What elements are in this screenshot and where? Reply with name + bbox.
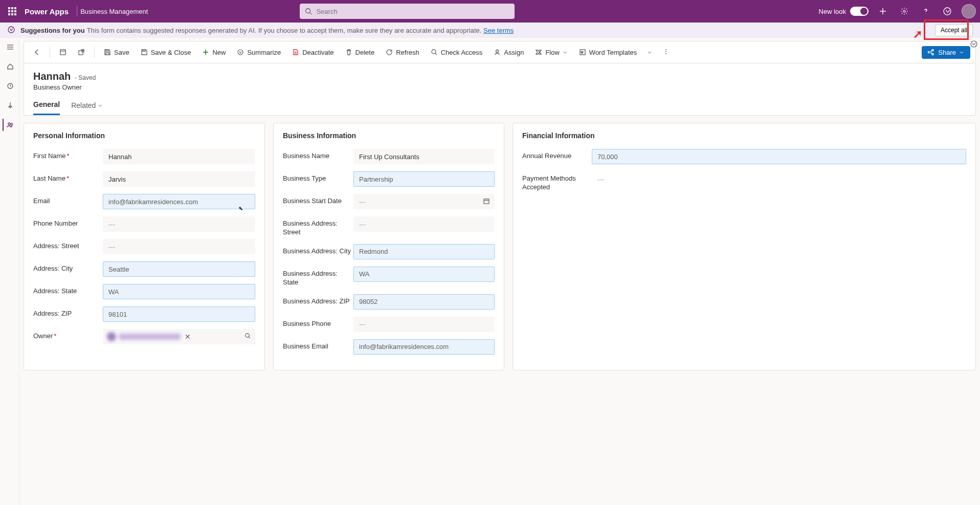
record-status: - Saved bbox=[75, 74, 96, 81]
svg-point-6 bbox=[8, 27, 14, 33]
business-owners-icon[interactable] bbox=[3, 119, 17, 131]
copilot-side-icon[interactable] bbox=[970, 40, 978, 50]
back-button[interactable] bbox=[29, 47, 44, 58]
owner-lookup-field[interactable]: ✕ bbox=[103, 329, 255, 344]
business-phone-field[interactable]: --- bbox=[353, 317, 495, 332]
svg-line-28 bbox=[249, 337, 250, 338]
svg-point-7 bbox=[971, 41, 977, 47]
add-icon[interactable] bbox=[876, 4, 890, 18]
record-subtitle: Business Owner bbox=[33, 83, 966, 91]
section-title: Personal Information bbox=[33, 131, 255, 140]
annual-revenue-field[interactable]: 70,000 bbox=[592, 149, 966, 164]
refresh-button[interactable]: Refresh bbox=[382, 47, 424, 58]
recent-icon[interactable] bbox=[3, 80, 17, 92]
app-launcher-icon[interactable] bbox=[4, 3, 20, 19]
personal-information-section: Personal Information First Name*Hannah L… bbox=[24, 123, 265, 370]
word-templates-button[interactable]: Word Templates bbox=[575, 47, 656, 58]
suggestions-text: This form contains suggested responses g… bbox=[87, 27, 482, 34]
address-street-field[interactable]: --- bbox=[103, 239, 255, 254]
user-avatar[interactable] bbox=[962, 4, 976, 18]
flow-button[interactable]: Flow bbox=[531, 47, 571, 58]
payment-methods-field[interactable]: --- bbox=[592, 171, 966, 187]
svg-point-13 bbox=[11, 123, 13, 125]
svg-point-5 bbox=[944, 8, 951, 15]
toggle-switch[interactable] bbox=[850, 7, 868, 16]
svg-point-27 bbox=[246, 334, 249, 337]
search-icon bbox=[305, 8, 312, 15]
new-look-toggle[interactable]: New look bbox=[819, 7, 868, 16]
last-name-field[interactable]: Jarvis bbox=[103, 171, 255, 187]
section-title: Business Information bbox=[283, 131, 495, 140]
svg-rect-14 bbox=[60, 50, 65, 55]
svg-point-24 bbox=[665, 49, 666, 50]
settings-icon[interactable] bbox=[897, 4, 911, 18]
site-map-rail bbox=[0, 38, 19, 505]
divider bbox=[77, 6, 77, 16]
lookup-search-icon[interactable] bbox=[244, 333, 251, 341]
environment-name[interactable]: Business Management bbox=[80, 8, 148, 15]
svg-point-12 bbox=[8, 123, 10, 125]
assign-button[interactable]: Assign bbox=[489, 47, 528, 58]
help-icon[interactable] bbox=[919, 4, 933, 18]
first-name-field[interactable]: Hannah bbox=[103, 149, 255, 164]
svg-point-25 bbox=[665, 51, 666, 52]
tab-related[interactable]: Related bbox=[71, 100, 103, 115]
app-title: Power Apps bbox=[25, 7, 69, 16]
svg-point-26 bbox=[665, 53, 666, 54]
business-name-field[interactable]: First Up Consultants bbox=[353, 149, 495, 164]
form-selector-button[interactable] bbox=[55, 47, 71, 58]
business-start-date-field[interactable]: --- bbox=[353, 194, 495, 209]
pinned-icon[interactable] bbox=[3, 99, 17, 112]
ai-suggestions-bar: Suggestions for you This form contains s… bbox=[0, 23, 980, 38]
business-information-section: Business Information Business NameFirst … bbox=[273, 123, 504, 370]
copilot-icon[interactable] bbox=[940, 4, 954, 18]
global-search[interactable] bbox=[300, 4, 515, 19]
app-header: Power Apps Business Management New look bbox=[0, 0, 980, 23]
email-field[interactable]: info@fabrikamresidences.com bbox=[103, 194, 255, 209]
check-access-button[interactable]: Check Access bbox=[427, 47, 487, 58]
new-button[interactable]: New bbox=[198, 47, 230, 58]
svg-point-19 bbox=[238, 50, 243, 55]
see-terms-link[interactable]: See terms bbox=[483, 27, 514, 34]
svg-point-22 bbox=[496, 50, 499, 53]
phone-field[interactable]: --- bbox=[103, 216, 255, 232]
hamburger-icon[interactable] bbox=[3, 41, 17, 53]
more-commands-button[interactable] bbox=[659, 46, 673, 59]
share-button[interactable]: Share bbox=[922, 46, 970, 59]
record-title: Hannah bbox=[33, 71, 71, 82]
deactivate-button[interactable]: Deactivate bbox=[288, 47, 338, 58]
search-input[interactable] bbox=[316, 8, 509, 15]
delete-button[interactable]: Delete bbox=[341, 47, 379, 58]
business-street-field[interactable]: --- bbox=[353, 216, 495, 232]
clear-owner-icon[interactable]: ✕ bbox=[185, 333, 191, 341]
svg-rect-29 bbox=[484, 199, 489, 204]
address-state-field[interactable]: WA bbox=[103, 284, 255, 299]
tab-general[interactable]: General bbox=[33, 100, 60, 115]
command-bar: Save Save & Close New Summarize Deactiva… bbox=[24, 41, 976, 63]
svg-point-20 bbox=[432, 50, 436, 54]
svg-point-4 bbox=[903, 10, 905, 12]
business-type-field[interactable]: Partnership bbox=[353, 171, 495, 187]
open-new-window-button[interactable] bbox=[74, 47, 89, 58]
calendar-icon[interactable] bbox=[483, 197, 490, 206]
address-city-field[interactable]: Seattle bbox=[103, 261, 255, 277]
business-email-field[interactable]: info@fabrikamresidences.com bbox=[353, 339, 495, 355]
suggestions-label: Suggestions for you bbox=[20, 27, 85, 34]
business-state-field[interactable]: WA bbox=[353, 267, 495, 282]
svg-point-0 bbox=[306, 9, 310, 13]
save-button[interactable]: Save bbox=[100, 47, 133, 58]
financial-information-section: Financial Information Annual Revenue70,0… bbox=[513, 123, 976, 370]
business-city-field[interactable]: Redmond bbox=[353, 244, 495, 259]
home-icon[interactable] bbox=[3, 60, 17, 73]
record-header: Hannah - Saved Business Owner General Re… bbox=[24, 63, 976, 116]
accept-all-button[interactable]: Accept all bbox=[935, 24, 973, 36]
svg-line-1 bbox=[310, 13, 312, 15]
address-zip-field[interactable]: 98101 bbox=[103, 306, 255, 322]
business-zip-field[interactable]: 98052 bbox=[353, 294, 495, 310]
form-tabs: General Related bbox=[33, 100, 966, 115]
summarize-button[interactable]: Summarize bbox=[233, 47, 285, 58]
main-content: Save Save & Close New Summarize Deactiva… bbox=[19, 38, 980, 505]
ai-icon bbox=[7, 26, 15, 35]
svg-line-21 bbox=[435, 53, 437, 55]
save-close-button[interactable]: Save & Close bbox=[137, 47, 195, 58]
